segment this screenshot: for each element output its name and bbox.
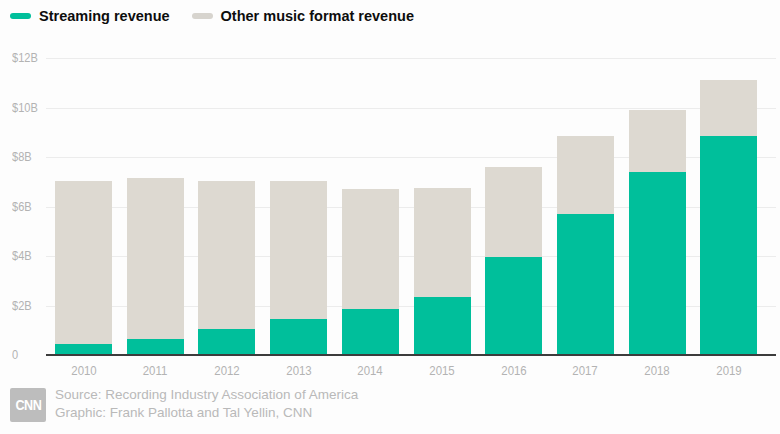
y-tick-label-2b: $2B: [12, 298, 32, 313]
bar-other-2015: [414, 188, 471, 297]
bar-streaming-2011: [127, 339, 184, 355]
x-axis-line: [46, 354, 776, 356]
legend-item-streaming: Streaming revenue: [10, 8, 170, 24]
bar-other-2017: [557, 136, 614, 214]
gridline-12b: [46, 58, 776, 59]
bar-other-2011: [127, 178, 184, 339]
x-tick-label-2011: 2011: [129, 363, 182, 378]
cnn-logo: CNN: [10, 388, 46, 422]
legend-item-other: Other music format revenue: [192, 8, 414, 24]
x-tick-label-2015: 2015: [416, 363, 469, 378]
x-tick-label-2018: 2018: [631, 363, 684, 378]
footer-source: Source: Recording Industry Association o…: [55, 387, 358, 402]
y-tick-label-8b: $8B: [12, 149, 32, 164]
bar-other-2012: [198, 181, 255, 330]
chart-canvas: Streaming revenueOther music format reve…: [0, 0, 780, 434]
x-tick-label-2012: 2012: [201, 363, 254, 378]
bar-streaming-2013: [270, 319, 327, 355]
x-tick-label-2013: 2013: [273, 363, 326, 378]
bar-streaming-2015: [414, 297, 471, 355]
y-tick-label-6b: $6B: [12, 199, 32, 214]
bar-streaming-2014: [342, 309, 399, 355]
legend-label-streaming: Streaming revenue: [39, 8, 170, 24]
legend-swatch-streaming-icon: [10, 13, 31, 19]
y-tick-label-10b: $10B: [12, 100, 38, 115]
gridline-10b: [46, 108, 776, 109]
y-tick-label-12b: $12B: [12, 50, 38, 65]
x-tick-label-2019: 2019: [703, 363, 756, 378]
bar-other-2013: [270, 181, 327, 320]
bar-streaming-2019: [700, 136, 757, 355]
bar-streaming-2018: [629, 172, 686, 355]
bar-streaming-2017: [557, 214, 614, 355]
y-tick-label-0b: 0: [12, 347, 18, 362]
footer-credit: Graphic: Frank Pallotta and Tal Yellin, …: [55, 405, 312, 420]
bar-other-2016: [485, 167, 542, 257]
y-tick-label-4b: $4B: [12, 248, 32, 263]
x-tick-label-2017: 2017: [559, 363, 612, 378]
legend-label-other: Other music format revenue: [221, 8, 414, 24]
bar-other-2014: [342, 189, 399, 309]
bar-streaming-2012: [198, 329, 255, 355]
bar-other-2019: [700, 80, 757, 136]
bar-streaming-2016: [485, 257, 542, 355]
cnn-logo-text: CNN: [15, 397, 41, 413]
x-tick-label-2010: 2010: [58, 363, 111, 378]
x-tick-label-2016: 2016: [488, 363, 541, 378]
bar-other-2010: [55, 181, 112, 344]
legend-swatch-other-icon: [192, 13, 213, 19]
bar-other-2018: [629, 110, 686, 172]
legend: Streaming revenueOther music format reve…: [10, 6, 436, 26]
x-tick-label-2014: 2014: [344, 363, 397, 378]
